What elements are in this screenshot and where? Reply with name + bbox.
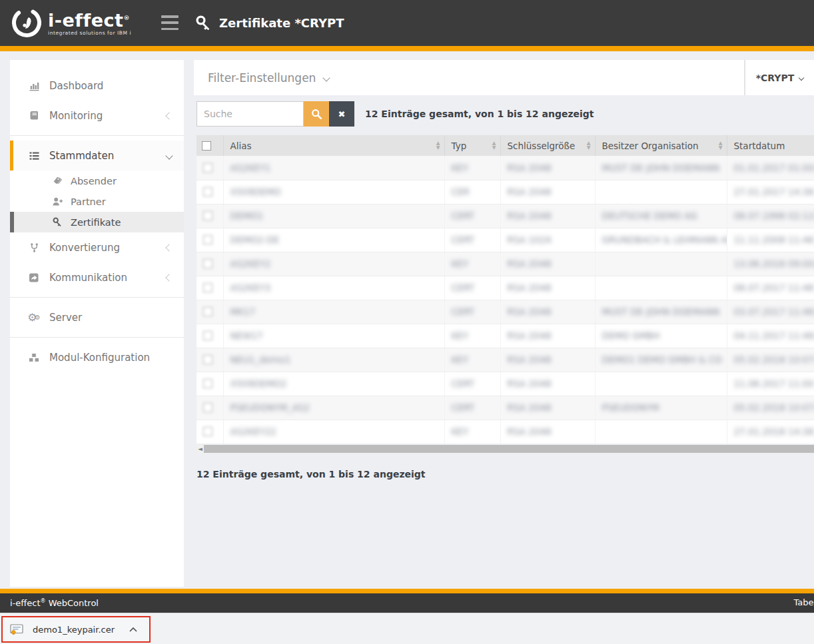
column-header-org[interactable]: Besitzer Organisation▲▼ xyxy=(595,135,727,156)
sidebar-item-absender[interactable]: Absender xyxy=(10,170,184,191)
column-label: Schlüsselgröße xyxy=(508,141,576,151)
cell-start: 05.02.2018 10:07:00 xyxy=(727,396,814,420)
cell-typ: KEY xyxy=(444,252,500,276)
app-logo: i-effect® integrated solutions for IBM i xyxy=(9,5,131,40)
table-row[interactable]: X509DEMOCERRSA 204827.01.2017 14:38 xyxy=(197,180,814,204)
row-checkbox[interactable] xyxy=(203,163,212,172)
row-checkbox[interactable] xyxy=(203,211,212,220)
user-plus-icon xyxy=(51,196,64,206)
search-input[interactable] xyxy=(197,101,304,127)
table-row[interactable]: DEMO1CERTRSA 2048DEUTSCHE DEMO AG08.07.1… xyxy=(197,204,814,228)
footer-accent-strip xyxy=(0,589,814,593)
cell-typ: CERT xyxy=(444,228,500,252)
column-header-size[interactable]: Schlüsselgröße▲▼ xyxy=(500,135,595,156)
select-all-header-cell xyxy=(197,135,223,156)
horizontal-scrollbar[interactable]: ◄ xyxy=(197,444,814,454)
clear-search-button[interactable]: ✖ xyxy=(329,101,354,127)
sidebar-item-partner[interactable]: Partner xyxy=(10,191,184,212)
table-row[interactable]: PSEUDONYM_AS2CERTRSA 2048PSEUDONYM05.02.… xyxy=(197,396,814,420)
book-icon xyxy=(27,111,41,121)
brand-name: i-effect® xyxy=(48,9,131,29)
table-row[interactable]: AS2KEY22KEYRSA 204827.01.2018 14:38 xyxy=(197,420,814,444)
i-effect-logo-icon xyxy=(9,5,44,40)
certificate-file-icon xyxy=(10,624,24,635)
cell-start: 27.01.2018 14:38 xyxy=(727,420,814,444)
sidebar-item-monitoring[interactable]: Monitoring xyxy=(10,101,184,131)
x-icon: ✖ xyxy=(338,109,346,119)
scrollbar-thumb[interactable] xyxy=(204,445,814,453)
row-checkbox[interactable] xyxy=(203,331,212,340)
sidebar-item-modul-konfiguration[interactable]: Modul-Konfiguration xyxy=(10,342,184,372)
cell-alias: AS2KEY22 xyxy=(223,420,444,444)
cell-org: GRUNDBACH & LEHMANN AG (DE) xyxy=(595,228,727,252)
cell-org: DEMO GMBH xyxy=(595,324,727,348)
result-count-bottom: 12 Einträge gesamt, von 1 bis 12 angezei… xyxy=(197,469,426,480)
sidebar-item-zertifikate[interactable]: Zertifikate xyxy=(10,212,184,232)
sidebar-item-label: Zertifikate xyxy=(71,217,121,228)
certificates-table: Alias▲▼Typ▲▼Schlüsselgröße▲▼Besitzer Org… xyxy=(197,135,814,444)
cell-start: 11.11.2008 11:46 xyxy=(727,228,814,252)
divider xyxy=(10,337,184,338)
row-checkbox[interactable] xyxy=(203,235,212,244)
crypt-scope-dropdown[interactable]: *CRYPT xyxy=(744,60,814,95)
column-header-alias[interactable]: Alias▲▼ xyxy=(223,135,444,156)
cell-alias: PSEUDONYM_AS2 xyxy=(223,396,444,420)
chevron-up-icon[interactable] xyxy=(129,627,137,632)
share-icon xyxy=(27,272,41,283)
table-row[interactable]: AS2KEY3CERTRSA 204808.07.2017 11:46 xyxy=(197,276,814,300)
filter-settings-dropdown[interactable]: Filter-Einstellungen xyxy=(194,60,744,95)
cell-start: 13.06.2016 09:00:00 xyxy=(727,252,814,276)
table-header-row: Alias▲▼Typ▲▼Schlüsselgröße▲▼Besitzer Org… xyxy=(197,135,814,156)
cell-typ: CERT xyxy=(444,396,500,420)
table-row[interactable]: X509DEMO2CERTRSA 204811.06.2017 11:00 xyxy=(197,372,814,396)
sidebar-item-kommunikation[interactable]: Kommunikation xyxy=(10,262,184,292)
cell-size: RSA 2048 xyxy=(500,396,595,420)
table-row[interactable]: AS2KEY2KEYRSA 204813.06.2016 09:00:00 xyxy=(197,252,814,276)
row-checkbox[interactable] xyxy=(203,307,212,316)
cell-typ: KEY xyxy=(444,348,500,372)
row-checkbox[interactable] xyxy=(203,283,212,292)
cell-typ: CERT xyxy=(444,204,500,228)
table-row[interactable]: NEW17KEYRSA 2048DEMO GMBH04.11.2017 11:4… xyxy=(197,324,814,348)
cell-alias: MK17 xyxy=(223,300,444,324)
sidebar-item-label: Server xyxy=(49,312,82,324)
key-icon xyxy=(51,217,64,227)
column-header-start[interactable]: Startdatum▲▼ xyxy=(727,135,814,156)
sidebar-item-konvertierung[interactable]: Konvertierung xyxy=(10,232,184,262)
result-count-top: 12 Einträge gesamt, von 1 bis 12 angezei… xyxy=(365,109,594,119)
download-shelf: demo1_keypair.cer xyxy=(0,613,814,644)
search-button[interactable] xyxy=(304,101,329,127)
table-row[interactable]: NEU1_demo1KEYRSA 2048DEMO1 DEMO GMBH & C… xyxy=(197,348,814,372)
cell-typ: CERT xyxy=(444,372,500,396)
menu-toggle-icon[interactable] xyxy=(161,15,179,30)
table-row[interactable]: DEMO2-DECERTRSA 1024GRUNDBACH & LEHMANN … xyxy=(197,228,814,252)
row-checkbox[interactable] xyxy=(203,403,212,412)
row-checkbox[interactable] xyxy=(203,259,212,268)
scroll-left-arrow-icon[interactable]: ◄ xyxy=(197,446,204,452)
row-checkbox[interactable] xyxy=(203,427,212,436)
cell-org xyxy=(595,276,727,300)
download-item-demo1-keypair[interactable]: demo1_keypair.cer xyxy=(1,616,151,643)
cell-alias: AS2KEY2 xyxy=(223,252,444,276)
chevron-down-icon xyxy=(165,152,173,159)
cell-org xyxy=(595,252,727,276)
sidebar-item-dashboard[interactable]: Dashboard xyxy=(10,71,184,101)
cell-typ: KEY xyxy=(444,324,500,348)
download-filename: demo1_keypair.cer xyxy=(33,625,115,635)
select-all-checkbox[interactable] xyxy=(202,141,211,151)
table-row[interactable]: MK17CERTRSA 2048MUST DE-JOHN DOEMANN03.0… xyxy=(197,300,814,324)
row-checkbox[interactable] xyxy=(203,379,212,388)
row-checkbox[interactable] xyxy=(203,355,212,364)
chevron-down-icon xyxy=(323,74,330,81)
cell-typ: CERT xyxy=(444,276,500,300)
column-header-typ[interactable]: Typ▲▼ xyxy=(444,135,500,156)
table-row[interactable]: AS2KEY1KEYRSA 2048MUST DE-JOHN DOEMANN01… xyxy=(197,156,814,180)
footer-right-label[interactable]: Tabel xyxy=(793,597,814,607)
sidebar-item-server[interactable]: ⚙⚙ Server xyxy=(10,302,184,332)
row-checkbox[interactable] xyxy=(203,187,212,196)
table-body: AS2KEY1KEYRSA 2048MUST DE-JOHN DOEMANN01… xyxy=(197,156,814,444)
footer-bar: i-effect® WebControl Tabel xyxy=(0,593,814,613)
cell-size: RSA 2048 xyxy=(500,156,595,180)
sidebar-item-stammdaten[interactable]: Stammdaten xyxy=(10,141,184,170)
code-fork-icon xyxy=(27,242,41,253)
